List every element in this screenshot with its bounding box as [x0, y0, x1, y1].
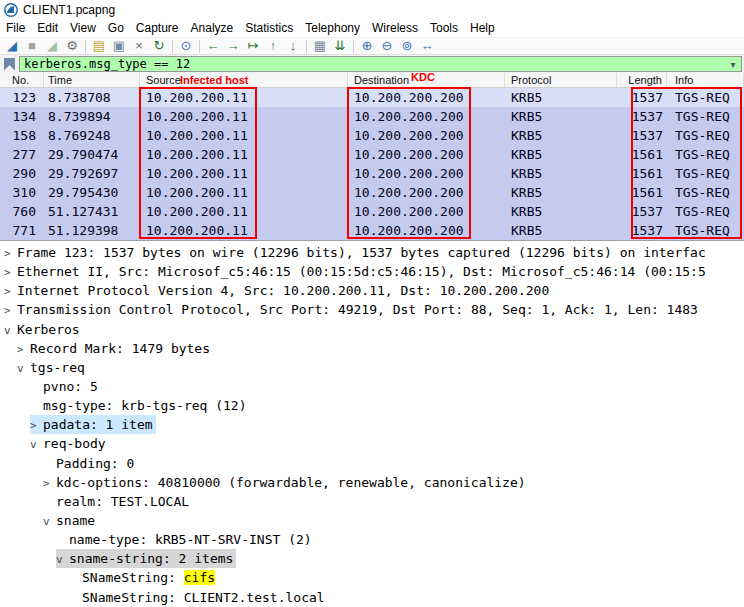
packet-row[interactable]: 134 8.739894 10.200.200.11 10.200.200.20… [0, 107, 744, 126]
packet-length: 1561 [617, 164, 667, 183]
menu-capture[interactable]: Capture [130, 19, 185, 37]
packet-source: 10.200.200.11 [140, 88, 348, 107]
column-header-source[interactable]: Source [140, 73, 348, 87]
packet-row[interactable]: 771 51.129398 10.200.200.11 10.200.200.2… [0, 221, 744, 240]
detail-line[interactable]: msg-type: krb-tgs-req (12) [0, 396, 744, 415]
filter-bar: ▾ [0, 55, 744, 73]
detail-line[interactable]: >Frame 123: 1537 bytes on wire (12296 bi… [0, 243, 744, 262]
start-capture-icon[interactable]: ◢ [2, 38, 22, 54]
open-file-icon[interactable]: ▤ [89, 38, 109, 54]
capture-options-icon[interactable]: ⚙ [62, 38, 82, 54]
detail-line[interactable]: >padata: 1 item [0, 415, 744, 434]
packet-protocol: KRB5 [505, 145, 617, 164]
go-forward-icon[interactable]: → [223, 38, 243, 54]
menu-go[interactable]: Go [102, 19, 130, 37]
go-back-icon[interactable]: ← [203, 38, 223, 54]
display-filter-input[interactable] [20, 57, 725, 71]
expand-arrow[interactable]: > [4, 263, 17, 281]
packet-detail-pane: >Frame 123: 1537 bytes on wire (12296 bi… [0, 241, 744, 607]
expand-arrow[interactable]: v [30, 435, 43, 453]
detail-line[interactable]: >Transmission Control Protocol, Src Port… [0, 300, 744, 319]
auto-scroll-icon[interactable]: ⇊ [330, 38, 350, 54]
expand-arrow[interactable]: v [4, 321, 17, 339]
packet-destination: 10.200.200.200 [348, 107, 505, 126]
expand-arrow[interactable]: > [30, 416, 43, 434]
detail-line[interactable]: pvno: 5 [0, 377, 744, 396]
menu-telephony[interactable]: Telephony [299, 19, 366, 37]
zoom-original-icon[interactable]: ⊚ [397, 38, 417, 54]
menu-help[interactable]: Help [464, 19, 501, 37]
detail-line[interactable]: vtgs-req [0, 358, 744, 377]
column-header-info[interactable]: Info [667, 73, 744, 87]
packet-source: 10.200.200.11 [140, 164, 348, 183]
expand-arrow[interactable]: v [43, 512, 56, 530]
packet-row[interactable]: 310 29.795430 10.200.200.11 10.200.200.2… [0, 183, 744, 202]
detail-line[interactable]: Padding: 0 [0, 454, 744, 473]
detail-line[interactable]: SNameString: cifs [0, 568, 744, 587]
expand-arrow[interactable]: v [17, 359, 30, 377]
packet-destination: 10.200.200.200 [348, 183, 505, 202]
expand-arrow[interactable]: > [4, 244, 17, 262]
detail-line[interactable]: >Internet Protocol Version 4, Src: 10.20… [0, 281, 744, 300]
column-header-no[interactable]: No. [0, 73, 44, 87]
expand-arrow[interactable]: > [4, 301, 17, 319]
detail-line[interactable]: >kdc-options: 40810000 (forwardable, ren… [0, 473, 744, 492]
packet-row[interactable]: 760 51.127431 10.200.200.11 10.200.200.2… [0, 202, 744, 221]
go-first-packet-icon[interactable]: ↑ [263, 38, 283, 54]
expand-arrow[interactable]: > [43, 474, 56, 492]
detail-text: msg-type: krb-tgs-req (12) [43, 398, 247, 413]
packet-row[interactable]: 158 8.769248 10.200.200.11 10.200.200.20… [0, 126, 744, 145]
zoom-out-icon[interactable]: ⊖ [377, 38, 397, 54]
menu-edit[interactable]: Edit [31, 19, 64, 37]
packet-time: 29.792697 [44, 164, 140, 183]
packet-row[interactable]: 277 29.790474 10.200.200.11 10.200.200.2… [0, 145, 744, 164]
packet-protocol: KRB5 [505, 126, 617, 145]
menu-analyze[interactable]: Analyze [185, 19, 240, 37]
expand-arrow[interactable]: > [17, 340, 30, 358]
detail-line[interactable]: name-type: kRB5-NT-SRV-INST (2) [0, 530, 744, 549]
detail-line[interactable]: realm: TEST.LOCAL [0, 492, 744, 511]
column-header-protocol[interactable]: Protocol [505, 73, 617, 87]
detail-line[interactable]: vsname-string: 2 items [0, 549, 744, 568]
detail-line[interactable]: >Ethernet II, Src: Microsof_c5:46:15 (00… [0, 262, 744, 281]
detail-line[interactable]: vsname [0, 511, 744, 530]
filter-bookmark-icon[interactable] [4, 58, 15, 71]
reload-file-icon[interactable]: ↻ [149, 38, 169, 54]
save-file-icon[interactable]: ▣ [109, 38, 129, 54]
packet-time: 51.127431 [44, 202, 140, 221]
resize-columns-icon[interactable]: ↔ [417, 38, 437, 54]
zoom-in-icon[interactable]: ⊕ [357, 38, 377, 54]
packet-list-header: No. Time Source Destination Protocol Len… [0, 73, 744, 88]
packet-row[interactable]: 123 8.738708 10.200.200.11 10.200.200.20… [0, 88, 744, 107]
packet-time: 8.739894 [44, 107, 140, 126]
menu-tools[interactable]: Tools [424, 19, 464, 37]
expand-arrow[interactable]: v [56, 550, 69, 568]
close-file-icon[interactable]: × [129, 38, 149, 54]
expand-arrow[interactable]: > [4, 282, 17, 300]
stop-capture-icon[interactable]: ■ [22, 38, 42, 54]
detail-text: SNameString: [82, 570, 184, 585]
detail-line[interactable]: >Record Mark: 1479 bytes [0, 339, 744, 358]
packet-protocol: KRB5 [505, 88, 617, 107]
column-header-time[interactable]: Time [44, 73, 140, 87]
go-last-packet-icon[interactable]: ↓ [283, 38, 303, 54]
detail-line[interactable]: vKerberos [0, 320, 744, 339]
restart-capture-icon[interactable]: ◢ [42, 38, 62, 54]
column-header-destination[interactable]: Destination [348, 73, 505, 87]
column-header-length[interactable]: Length [617, 73, 667, 87]
packet-length: 1561 [617, 183, 667, 202]
menu-statistics[interactable]: Statistics [239, 19, 299, 37]
packet-row[interactable]: 290 29.792697 10.200.200.11 10.200.200.2… [0, 164, 744, 183]
menu-view[interactable]: View [64, 19, 102, 37]
menu-file[interactable]: File [0, 19, 31, 37]
chevron-down-icon[interactable]: ▾ [725, 59, 741, 70]
go-to-packet-icon[interactable]: ↦ [243, 38, 263, 54]
find-packet-icon[interactable]: ⊙ [176, 38, 196, 54]
toolbar-separator [353, 40, 354, 53]
packet-info: TGS-REQ [667, 164, 744, 183]
colorize-icon[interactable]: ▦ [310, 38, 330, 54]
menu-wireless[interactable]: Wireless [366, 19, 424, 37]
packet-no: 158 [0, 126, 44, 145]
detail-line[interactable]: vreq-body [0, 434, 744, 453]
detail-line[interactable]: SNameString: CLIENT2.test.local [0, 588, 744, 607]
